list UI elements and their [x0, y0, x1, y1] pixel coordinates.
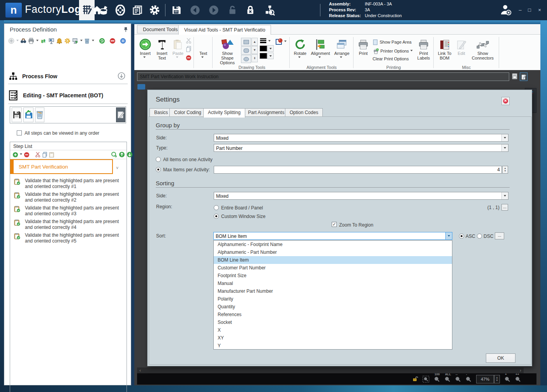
lock-view-icon[interactable] [412, 376, 418, 382]
line-weight-icon[interactable] [260, 38, 267, 44]
save-icon[interactable] [170, 4, 183, 16]
refresh-icon[interactable] [99, 37, 106, 44]
sort-option[interactable]: Alphanumeric - Part Number [214, 248, 452, 256]
canvas-edit-icon[interactable] [520, 72, 528, 81]
materials-icon[interactable] [97, 4, 111, 16]
sort-option[interactable]: Quantity [214, 303, 452, 311]
shape-style-caret-icon[interactable] [284, 40, 287, 42]
block-icon[interactable] [185, 54, 192, 61]
fill-color-swatch[interactable] [260, 53, 267, 59]
delete-icon[interactable] [84, 37, 91, 44]
dispatch-icon[interactable] [114, 4, 127, 16]
zoom-out-fast-icon[interactable]: -- [455, 376, 461, 382]
insert-text-button[interactable]: Insert Text [154, 37, 170, 60]
arrange-button[interactable]: Arrange [332, 37, 352, 59]
sort-option[interactable]: Footprint Size [214, 272, 452, 279]
lock-x-icon[interactable] [244, 4, 257, 16]
sort-option[interactable]: XY [214, 334, 452, 342]
dsc-radio[interactable] [477, 234, 482, 239]
text-button[interactable]: Text [196, 37, 211, 59]
rounded-rect-shape-icon[interactable] [241, 46, 251, 54]
find-binoculars-icon[interactable] [20, 37, 27, 44]
collapse-circle-icon[interactable] [118, 72, 125, 81]
pause-icon[interactable] [120, 37, 126, 44]
insert-button[interactable]: Insert [137, 37, 153, 59]
line-weight-caret-icon[interactable] [268, 40, 271, 42]
sort-option[interactable]: Socket [214, 318, 452, 326]
sort-option[interactable]: Manufacturer Part Number [214, 287, 452, 295]
process-search-icon[interactable] [263, 4, 276, 16]
tab-option-codes[interactable]: Option Codes [285, 108, 323, 117]
sort-option-selected[interactable]: BOM Line Item [214, 256, 452, 264]
move-up-icon[interactable] [119, 151, 125, 158]
forward-icon[interactable] [207, 4, 220, 16]
delete-caret-icon[interactable] [92, 40, 94, 41]
view-order-row[interactable]: All steps can be viewed in any order [17, 130, 99, 136]
print-icon[interactable] [28, 37, 35, 44]
back-icon[interactable] [188, 4, 202, 16]
sort-option[interactable]: Customer Part Number [214, 264, 452, 272]
paste-button[interactable]: Paste [171, 37, 185, 59]
asc-radio[interactable] [459, 234, 464, 239]
step-item[interactable]: Validate that the highlighted parts are … [14, 219, 124, 232]
remove-step-icon[interactable] [24, 151, 30, 158]
move-down-icon[interactable] [127, 151, 133, 158]
cut-icon[interactable] [185, 37, 192, 44]
maximize-icon[interactable]: □ [526, 7, 533, 13]
tab-document-tools[interactable]: Document Tools [137, 25, 183, 33]
group-side-combobox[interactable]: Mixed [214, 134, 508, 142]
line-color-swatch[interactable] [260, 46, 267, 51]
zoom-all-icon[interactable]: ALL [444, 376, 450, 382]
tab-color-coding[interactable]: Color Coding [169, 108, 206, 117]
zoom-out-icon[interactable]: - [465, 376, 471, 382]
work-instruction-title-input[interactable] [137, 72, 509, 81]
combo-chevron-icon[interactable] [445, 232, 452, 239]
presentation-icon[interactable] [48, 37, 55, 44]
sort-option[interactable]: Y [214, 342, 452, 350]
print-button[interactable]: Print [355, 37, 371, 56]
link-to-bom-button[interactable]: Link To BOM [436, 37, 454, 60]
paste-icon[interactable] [49, 151, 54, 158]
print-labels-button[interactable]: Print Labels [415, 37, 432, 60]
shape-style-button[interactable] [275, 38, 288, 46]
marquee-zoom-icon[interactable] [422, 376, 429, 383]
step-item[interactable]: Validate that the highlighted parts are … [14, 232, 124, 245]
scroll-left-icon[interactable]: ‹ [137, 368, 143, 373]
scroll-right-icon[interactable]: › [517, 368, 524, 373]
selected-step-smt-part-verification[interactable]: SMT Part Verification [10, 159, 113, 174]
printer-options-caret-icon[interactable] [410, 50, 413, 51]
sort-option[interactable]: References [214, 311, 452, 318]
max-items-radio[interactable] [156, 167, 161, 172]
copy-icon[interactable] [42, 151, 47, 158]
sort-option[interactable]: Manual [214, 279, 452, 287]
zoom-spinner[interactable]: ▲▼ [494, 375, 500, 383]
step-item[interactable]: Validate that the highlighted parts are … [14, 192, 124, 204]
settings-gear-icon[interactable] [148, 4, 161, 16]
close-icon[interactable]: × [536, 7, 543, 13]
sort-more-button[interactable]: ... [495, 232, 504, 239]
sort-option[interactable]: X [214, 326, 452, 334]
fill-color-caret-icon[interactable] [267, 53, 274, 59]
process-flow-row[interactable]: Process Flow [8, 70, 128, 83]
stop-icon[interactable] [109, 37, 116, 44]
line-color-caret-icon[interactable] [267, 45, 274, 52]
zoom-100-icon[interactable]: 100 [434, 376, 440, 382]
region-more-button[interactable]: ... [501, 204, 508, 211]
rotate-button[interactable]: Rotate [292, 37, 309, 59]
rectangle-shape-icon[interactable] [241, 38, 251, 46]
zoom-percent-input[interactable] [476, 375, 494, 383]
edit-mode-button[interactable] [116, 107, 125, 122]
add-caret-icon[interactable] [16, 40, 19, 41]
printer-options-button[interactable]: ? Printer Options [373, 47, 414, 54]
view-order-checkbox[interactable] [17, 130, 22, 135]
pin-icon[interactable] [123, 27, 128, 33]
custom-window-radio[interactable] [214, 214, 219, 219]
scroll-up-icon[interactable]: ▲ [252, 38, 258, 46]
shuffle-icon[interactable]: ⇄ [40, 37, 47, 44]
step-chevron-icon[interactable]: ˅ [116, 165, 118, 170]
combo-chevron-icon[interactable] [501, 192, 508, 199]
delete-step-button[interactable] [35, 107, 44, 122]
show-page-area-button[interactable]: Show Page Area [373, 39, 412, 46]
sorting-side-combobox[interactable]: Mixed [214, 192, 508, 200]
zoom-to-region-checkbox[interactable] [332, 222, 337, 227]
